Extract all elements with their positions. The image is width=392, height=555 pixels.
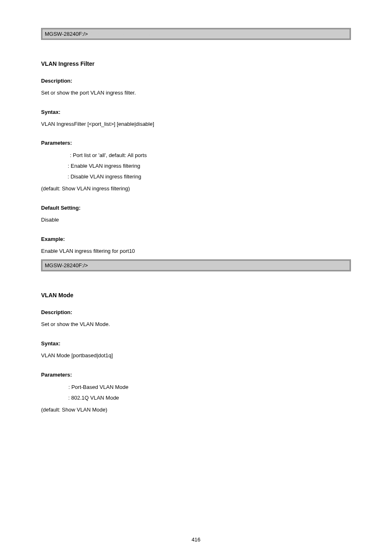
example-label-ingress: Example: xyxy=(41,236,351,242)
default-text-ingress: Disable xyxy=(41,215,351,225)
param-line-2: enable : Enable VLAN ingress filtering xyxy=(41,161,351,171)
desc-label-ingress: Description: xyxy=(41,78,351,84)
params-label-mode: Parameters: xyxy=(41,372,351,378)
mode-param1-desc: : Port-Based VLAN Mode xyxy=(68,382,128,393)
mode-param2-key: dot1q xyxy=(41,395,55,401)
prompt-2: MGSW-28240F:/> xyxy=(45,262,88,268)
default-label-ingress: Default Setting: xyxy=(41,205,351,211)
page-number: 416 xyxy=(0,536,392,543)
syntax-label-ingress: Syntax: xyxy=(41,109,351,115)
desc-text-ingress: Set or show the port VLAN ingress filter… xyxy=(41,88,351,98)
param2-key: enable xyxy=(41,163,58,169)
desc-text-mode: Set or show the VLAN Mode. xyxy=(41,319,351,330)
command-1: VLAN FrameType 10 tagged xyxy=(88,31,156,37)
param-line-3: disable : Disable VLAN ingress filtering xyxy=(41,171,351,182)
syntax-label-mode: Syntax: xyxy=(41,340,351,347)
example-text-ingress: Enable VLAN ingress filtering for port10 xyxy=(41,246,351,257)
syntax-text-mode: VLAN Mode [portbased|dot1q] xyxy=(41,351,351,361)
param1-desc: : Port list or 'all', default: All ports xyxy=(70,150,147,161)
param2-desc: : Enable VLAN ingress filtering xyxy=(68,161,140,171)
section-title-mode: VLAN Mode xyxy=(41,292,351,298)
syntax-text-ingress: VLAN IngressFilter [<port_list>] [enable… xyxy=(41,119,351,130)
param-line-mode-1: portbased : Port-Based VLAN Mode xyxy=(41,382,351,393)
param3-desc: : Disable VLAN ingress filtering xyxy=(67,171,141,182)
params-default-mode: (default: Show VLAN Mode) xyxy=(41,405,351,415)
param1-key: <port_list> xyxy=(41,152,68,158)
desc-label-mode: Description: xyxy=(41,309,351,315)
mode-param2-desc: : 802.1Q VLAN Mode xyxy=(68,393,119,403)
params-default-ingress: (default: Show VLAN ingress filtering) xyxy=(41,184,351,194)
code-box-1: MGSW-28240F:/>VLAN FrameType 10 tagged xyxy=(41,28,351,40)
command-2: VLAN IngressFilter 10 enable xyxy=(88,262,158,268)
param-line-1: <port_list> : Port list or 'all', defaul… xyxy=(41,150,351,161)
param-line-mode-2: dot1q : 802.1Q VLAN Mode xyxy=(41,393,351,403)
page-container: MGSW-28240F:/>VLAN FrameType 10 tagged V… xyxy=(0,0,392,555)
params-label-ingress: Parameters: xyxy=(41,140,351,146)
mode-param1-key: portbased xyxy=(41,384,67,390)
code-box-2: MGSW-28240F:/>VLAN IngressFilter 10 enab… xyxy=(41,259,351,271)
section-title-ingress: VLAN Ingress Filter xyxy=(41,60,351,67)
param3-key: disable xyxy=(41,173,60,180)
prompt-1: MGSW-28240F:/> xyxy=(45,31,88,37)
